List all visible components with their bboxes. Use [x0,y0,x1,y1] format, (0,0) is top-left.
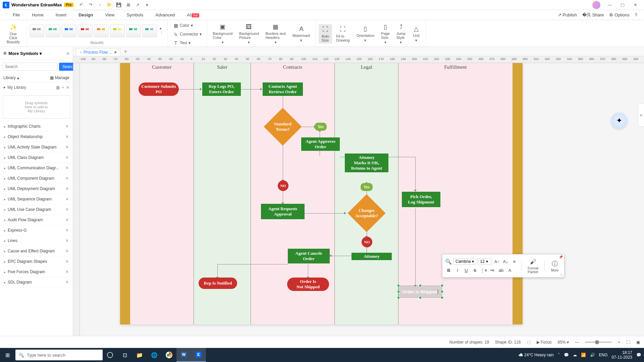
export-icon[interactable]: ↗ [135,2,141,8]
category-item[interactable]: ▸Five Forces Diagram✕ [0,267,73,277]
lane-fulfillment-header[interactable]: Fulfillment [398,64,513,70]
menu-home[interactable]: Home [26,11,50,19]
shape-attorney-2[interactable]: Attomey [352,253,392,260]
zoom-out-button[interactable]: — [575,340,579,345]
shape-agent-cancels[interactable]: Agent Cancels Order [288,249,330,263]
options-button[interactable]: ⚙ Options [609,12,629,17]
fullscreen-button[interactable]: ▣ [636,340,640,345]
qat-more-icon[interactable]: ▾ [144,2,150,8]
category-item[interactable]: ▸Infographic Charts✕ [0,121,73,132]
help-icon[interactable]: ? [635,12,637,17]
category-item[interactable]: ▸Object Relationship✕ [0,132,73,142]
meet-now-icon[interactable]: 💬 [564,353,569,357]
close-icon[interactable]: ✕ [65,238,69,243]
format-painter-button[interactable]: 🖌Format Painter [525,256,541,275]
notifications-icon[interactable]: 💬 [636,353,641,357]
taskbar-search[interactable]: 🔍Type here to search [15,350,103,360]
shape-rep-logs[interactable]: Rep Logs PO, Enters Order [202,82,241,96]
zoom-slider[interactable] [585,342,612,343]
connector-dropdown[interactable]: ↳Connector ▾ [170,30,204,38]
resize-toolbar-icon[interactable]: ⤡ [560,273,563,277]
increase-font-icon[interactable]: A↑ [493,258,500,265]
collapse-panel-icon[interactable]: « [66,50,69,56]
mylib-close-icon[interactable]: ✕ [66,85,69,90]
close-icon[interactable]: ✕ [65,269,69,274]
mylib-grid-icon[interactable]: ▦ [56,85,60,90]
bg-picture-button[interactable]: 🖼Background Picture ▾ [236,21,262,46]
user-avatar[interactable] [592,1,600,9]
shape-yes-1[interactable]: Yes [315,123,327,131]
shape-no-2[interactable]: NO [362,237,372,247]
bold-button[interactable]: B [445,266,452,274]
font-family-dropdown[interactable]: Cambria ▾ [453,258,476,265]
close-icon[interactable]: ✕ [65,145,69,149]
fit-drawing-button[interactable]: ⛶Fit to Drawing [333,24,352,44]
decrease-font-icon[interactable]: A↓ [502,258,509,265]
menu-ai[interactable]: AIhot [181,11,205,19]
pin-toolbar-icon[interactable]: 📌 [559,255,563,259]
close-icon[interactable]: ✕ [65,134,69,139]
unit-button[interactable]: △Unit ▾ [410,23,423,44]
category-item[interactable]: ▸UML Communication Diagr...✕ [0,163,73,173]
theme-more-button[interactable]: ▾⋮ [158,26,165,36]
document-tab[interactable]: ▫ Process Flow ... [76,48,121,56]
theme-preset-4[interactable] [78,24,93,37]
open-icon[interactable]: 📁 [106,2,112,8]
tray-chevron-icon[interactable]: ˄ [558,353,560,357]
close-icon[interactable]: ✕ [65,218,69,222]
shape-standard-terms[interactable]: Standard Terms? [269,113,296,140]
close-icon[interactable]: ✕ [65,259,69,264]
text-case-button[interactable]: ab [497,266,505,274]
shape-agent-approves[interactable]: Agent Approves Order [301,137,340,151]
category-item[interactable]: ▸Express-G✕ [0,225,73,236]
italic-button[interactable]: I [454,266,461,274]
ai-assistant-fab[interactable]: ✦ [611,113,627,129]
menu-symbols[interactable]: Symbols [120,11,149,19]
volume-icon[interactable]: 🔊 [590,353,595,357]
menu-view[interactable]: View [99,11,121,19]
taskbar-cortana-icon[interactable] [103,348,117,362]
close-icon[interactable]: ✕ [65,166,69,170]
language-indicator[interactable]: ENG [599,353,608,357]
category-item[interactable]: ▸Cause and Effect Diagram✕ [0,246,73,256]
weather-widget[interactable]: ☁️ 24°C Heavy rain [518,353,554,357]
onedrive-icon[interactable]: ☁ [573,353,577,357]
strikethrough-button[interactable]: S̶ [471,266,479,274]
theme-preset-5[interactable] [94,24,109,37]
bg-color-button[interactable]: ▣Background Color ▾ [210,21,235,46]
theme-preset-6[interactable] [110,24,125,37]
close-icon[interactable]: ✕ [65,197,69,201]
text-dropdown[interactable]: TText ▾ [170,39,193,47]
category-item[interactable]: ▸UML Use Case Diagram✕ [0,204,73,215]
category-item[interactable]: ▸UML Deployment Diagram✕ [0,184,73,194]
shape-customer-submits[interactable]: Customer Submits PO [139,82,179,96]
library-label[interactable]: Library [3,75,16,80]
focus-mode-button[interactable]: ▶ Focus [537,340,552,345]
panel-title[interactable]: More Symbols ▾ [8,51,66,56]
redo-icon[interactable]: ↷ [88,2,94,8]
shape-agent-requests[interactable]: Agent Requests Approval [261,204,305,219]
theme-preset-3[interactable] [62,24,76,37]
zoom-in-button[interactable]: + [618,340,620,345]
close-icon[interactable]: ✕ [65,228,69,233]
more-button[interactable]: ⓘMore [548,258,561,274]
menu-file[interactable]: File [7,11,26,19]
menu-design[interactable]: Design [72,11,99,19]
close-button[interactable]: ✕ [629,0,641,10]
one-click-beautify-button[interactable]: ✨One Click Beautify [3,22,24,45]
orientation-button[interactable]: ▯Orientation ▾ [354,23,377,44]
close-icon[interactable]: ✕ [65,186,69,191]
save-icon[interactable]: 💾 [116,2,122,8]
shape-no-1[interactable]: NO [278,180,288,191]
close-icon[interactable]: ✕ [65,249,69,253]
category-item[interactable]: ▸SDL Diagram✕ [0,277,73,288]
category-item[interactable]: ▸UML Component Diagram✕ [0,173,73,184]
library-dropzone[interactable]: Drag symbols here to add to My Library [3,95,70,119]
underline-button[interactable]: U [463,266,470,274]
word-icon[interactable]: W [176,348,191,362]
close-icon[interactable]: ✕ [65,176,69,181]
start-button[interactable]: ⊞ [0,348,15,362]
align-icon[interactable]: ≡ [511,258,518,265]
category-item[interactable]: ▸UML Sequence Diagram✕ [0,194,73,204]
shape-yes-2[interactable]: Yes [361,183,373,191]
